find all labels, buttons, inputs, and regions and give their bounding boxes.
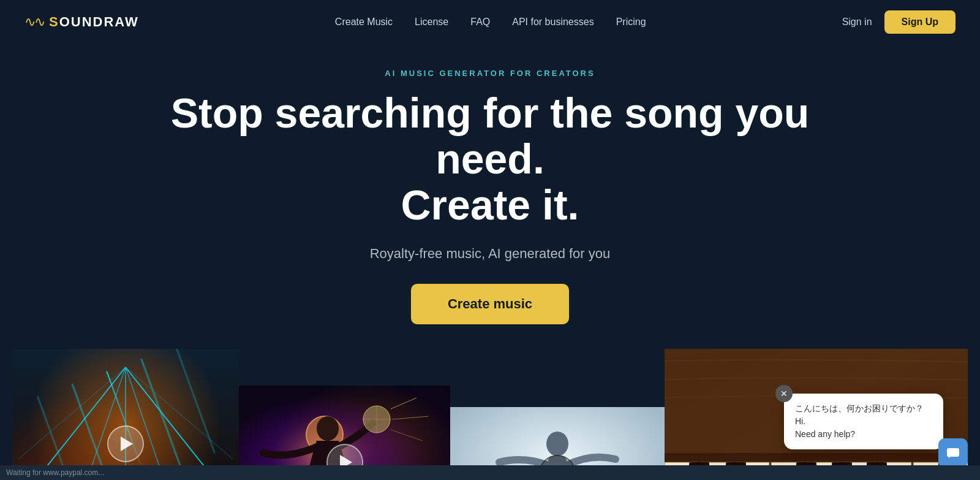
nav-create-music[interactable]: Create Music — [335, 17, 393, 27]
hero-title: Stop searching for the song you need. Cr… — [153, 90, 827, 227]
nav-actions: Sign in Sign Up — [842, 10, 956, 34]
nav-pricing[interactable]: Pricing — [616, 17, 646, 27]
hero-title-line2: Create it. — [401, 181, 579, 228]
chat-message: こんにちは、何かお困りですか？Hi. Need any help? — [795, 403, 924, 439]
hero-subtitle: Royalty-free music, AI generated for you — [370, 246, 611, 262]
svg-point-31 — [546, 432, 568, 456]
logo-waveform-icon: ∿∿ — [24, 14, 44, 30]
logo[interactable]: ∿∿ SOUNDRAW — [24, 14, 139, 30]
sign-up-button[interactable]: Sign Up — [884, 10, 956, 34]
chat-bubble-icon — [946, 446, 960, 460]
create-music-button[interactable]: Create music — [411, 284, 569, 324]
hero-tag: AI MUSIC GENERATOR FOR CREATORS — [385, 69, 595, 78]
chat-icon[interactable] — [938, 438, 968, 468]
status-bar: Waiting for www.paypal.com... — [0, 465, 980, 480]
thumbnail-concert[interactable] — [12, 349, 239, 480]
logo-text: SOUNDRAW — [49, 14, 139, 30]
nav-license[interactable]: License — [415, 17, 448, 27]
nav-links: Create Music License FAQ API for busines… — [335, 17, 646, 28]
chat-close-button[interactable]: ✕ — [775, 385, 793, 402]
svg-point-22 — [317, 416, 339, 441]
status-text: Waiting for www.paypal.com... — [6, 468, 104, 477]
nav-faq[interactable]: FAQ — [470, 17, 490, 27]
svg-rect-52 — [947, 448, 959, 457]
hero-title-line1: Stop searching for the song you need. — [171, 90, 810, 182]
chat-bubble: ✕ こんにちは、何かお困りですか？Hi. Need any help? — [784, 394, 943, 449]
nav-api[interactable]: API for businesses — [512, 17, 594, 27]
navbar: ∿∿ SOUNDRAW Create Music License FAQ API… — [0, 0, 980, 44]
play-button-concert[interactable] — [107, 425, 144, 462]
sign-in-link[interactable]: Sign in — [842, 17, 872, 28]
